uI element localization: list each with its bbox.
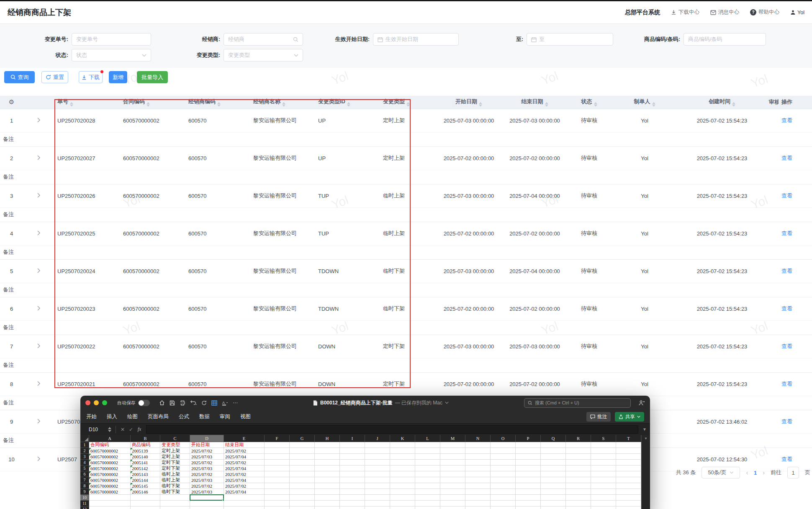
sheet-cell[interactable] bbox=[365, 483, 390, 489]
sheet-cell[interactable]: 临时上架 bbox=[160, 477, 190, 483]
sheet-cell[interactable] bbox=[465, 501, 491, 506]
sheet-cell[interactable] bbox=[224, 506, 265, 509]
row-expander[interactable] bbox=[23, 109, 54, 132]
sheet-cell[interactable] bbox=[365, 489, 390, 495]
nav-message-center[interactable]: 消息中心 bbox=[710, 9, 739, 16]
sheet-cell[interactable] bbox=[566, 466, 591, 471]
sheet-cell[interactable] bbox=[390, 477, 415, 483]
sheet-cell[interactable] bbox=[566, 489, 591, 495]
sheet-cell[interactable] bbox=[340, 448, 365, 454]
sheet-cell[interactable] bbox=[390, 489, 415, 495]
sheet-cell[interactable] bbox=[616, 442, 641, 448]
sheet-cell[interactable] bbox=[491, 506, 516, 509]
sheet-cell[interactable] bbox=[190, 495, 224, 501]
sheet-cell[interactable] bbox=[315, 477, 340, 483]
sheet-cell[interactable]: 变更类型 bbox=[160, 442, 190, 448]
sheet-cell[interactable] bbox=[315, 471, 340, 477]
view-link[interactable]: 查看 bbox=[781, 117, 792, 123]
column-header-10[interactable]: 创建时间 bbox=[678, 96, 766, 109]
sheet-cell[interactable] bbox=[491, 477, 516, 483]
sheet-cell[interactable] bbox=[591, 471, 616, 477]
column-letter-K[interactable]: K bbox=[390, 435, 415, 442]
sheet-cell[interactable] bbox=[290, 442, 315, 448]
sheet-cell[interactable] bbox=[541, 477, 566, 483]
chevron-right-icon[interactable] bbox=[37, 419, 41, 424]
sheet-cell[interactable] bbox=[491, 448, 516, 454]
sheet-cell[interactable]: 定时下架 bbox=[160, 466, 190, 471]
sheet-cell[interactable] bbox=[465, 466, 491, 471]
sheet-cell[interactable] bbox=[516, 501, 541, 506]
confirm-entry-icon[interactable]: ✓ bbox=[127, 427, 135, 432]
sheet-cell[interactable] bbox=[566, 495, 591, 501]
effective-end-input[interactable]: 至 bbox=[527, 33, 613, 46]
row-number-5[interactable]: 5 bbox=[80, 466, 89, 471]
row-expander[interactable] bbox=[23, 448, 54, 471]
chevron-right-icon[interactable] bbox=[37, 230, 41, 235]
sheet-cell[interactable] bbox=[415, 454, 440, 460]
sheet-cell[interactable] bbox=[465, 477, 491, 483]
ribbon-tab[interactable]: 绘图 bbox=[127, 413, 138, 420]
row-number-4[interactable]: 4 bbox=[80, 460, 89, 466]
comments-button[interactable]: 批注 bbox=[586, 412, 611, 422]
chevron-right-icon[interactable] bbox=[37, 155, 41, 160]
row-number-10[interactable]: 10 bbox=[80, 495, 89, 501]
sheet-cell[interactable] bbox=[591, 477, 616, 483]
sheet-cell[interactable] bbox=[340, 471, 365, 477]
sheet-cell[interactable] bbox=[440, 483, 465, 489]
sheet-cell[interactable] bbox=[315, 489, 340, 495]
sheet-cell[interactable] bbox=[516, 506, 541, 509]
sheet-cell[interactable] bbox=[365, 448, 390, 454]
column-letter-C[interactable]: C bbox=[160, 435, 190, 442]
query-button[interactable]: 查询 bbox=[4, 71, 35, 83]
sheet-cell[interactable] bbox=[465, 506, 491, 509]
sheet-cell[interactable] bbox=[591, 506, 616, 509]
sort-icon[interactable] bbox=[652, 102, 655, 107]
sheet-cell[interactable] bbox=[390, 466, 415, 471]
sheet-cell[interactable] bbox=[566, 448, 591, 454]
sheet-cell[interactable] bbox=[340, 489, 365, 495]
sheet-cell[interactable]: 2025/07/02 bbox=[224, 471, 265, 477]
redo-icon[interactable] bbox=[201, 400, 207, 406]
sheet-cell[interactable] bbox=[365, 466, 390, 471]
sheet-cell[interactable] bbox=[265, 448, 290, 454]
sheet-cell[interactable] bbox=[516, 489, 541, 495]
download-button[interactable]: 下载 bbox=[79, 71, 103, 83]
sheet-cell[interactable] bbox=[591, 501, 616, 506]
view-link[interactable]: 查看 bbox=[781, 456, 792, 462]
sheet-cell[interactable] bbox=[491, 501, 516, 506]
sheet-cell[interactable]: 2025/07/04 bbox=[224, 489, 265, 495]
sheet-cell[interactable]: 2025/07/03 bbox=[190, 466, 224, 471]
nav-help-center[interactable]: ? 帮助中心 bbox=[750, 9, 779, 16]
sheet-cell[interactable]: 2025/07/04 bbox=[224, 454, 265, 460]
row-expander[interactable] bbox=[23, 372, 54, 396]
row-number-9[interactable]: 9 bbox=[80, 489, 89, 495]
sheet-cell[interactable]: 2025/07/02 bbox=[224, 483, 265, 489]
user-menu[interactable]: Yol bbox=[790, 10, 804, 15]
sheet-cell[interactable]: 2025/07/04 bbox=[224, 466, 265, 471]
column-settings-cell[interactable]: ⚙ bbox=[0, 96, 23, 109]
sheet-cell[interactable] bbox=[315, 442, 340, 448]
row-number-12[interactable]: 12 bbox=[80, 506, 89, 509]
sheet-cell[interactable] bbox=[265, 454, 290, 460]
chevron-right-icon[interactable] bbox=[37, 381, 41, 386]
gear-icon[interactable]: ⚙ bbox=[9, 98, 14, 105]
sheet-cell[interactable]: 临时下架 bbox=[160, 489, 190, 495]
close-button[interactable] bbox=[85, 400, 90, 405]
sheet-cell[interactable] bbox=[541, 454, 566, 460]
sheet-cell[interactable] bbox=[415, 506, 440, 509]
column-letter-A[interactable]: A bbox=[89, 435, 131, 442]
sheet-cell[interactable] bbox=[616, 495, 641, 501]
sheet-cell[interactable] bbox=[616, 471, 641, 477]
sheet-cell[interactable] bbox=[616, 454, 641, 460]
column-header-11[interactable]: 审核 bbox=[766, 96, 779, 109]
sheet-cell[interactable] bbox=[541, 471, 566, 477]
row-number-11[interactable]: 11 bbox=[80, 501, 89, 506]
sheet-cell[interactable] bbox=[566, 506, 591, 509]
column-letter-J[interactable]: J bbox=[365, 435, 390, 442]
sheet-cell[interactable] bbox=[415, 442, 440, 448]
sheet-cell[interactable] bbox=[89, 495, 131, 501]
row-expander[interactable] bbox=[23, 259, 54, 283]
chevron-right-icon[interactable] bbox=[37, 268, 41, 273]
column-letter-G[interactable]: G bbox=[290, 435, 315, 442]
status-select[interactable]: 状态 bbox=[72, 49, 151, 61]
